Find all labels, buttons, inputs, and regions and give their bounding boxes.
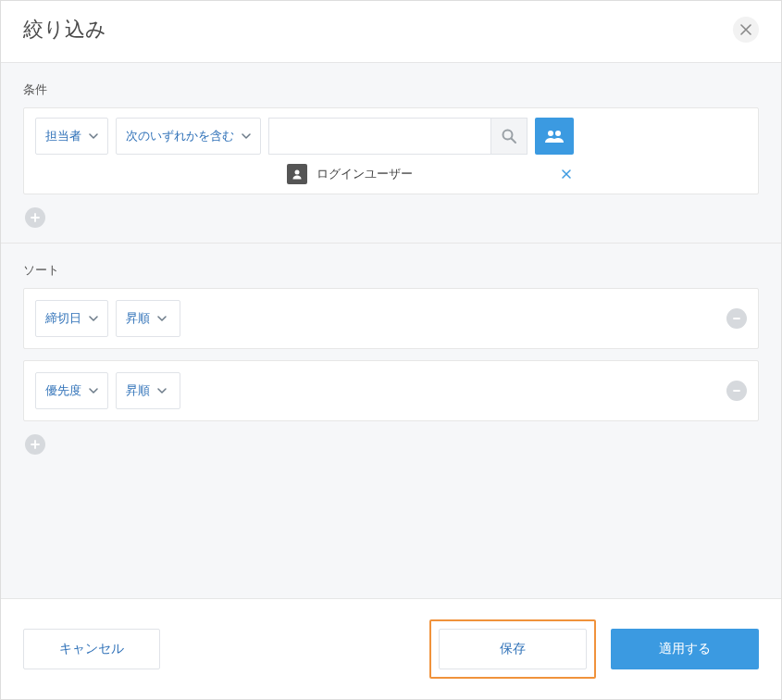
add-condition-button[interactable]	[25, 207, 45, 228]
chip-label: ログインユーザー	[317, 166, 413, 182]
sort-section: ソート 締切日 昇順	[1, 243, 781, 462]
user-icon	[287, 164, 307, 184]
search-wrap	[268, 118, 528, 155]
condition-chip: ログインユーザー	[287, 164, 747, 184]
sort-field-dropdown[interactable]: 締切日	[35, 300, 108, 337]
sort-order-label: 昇順	[126, 310, 150, 327]
svg-point-3	[295, 170, 300, 175]
dialog-title: 絞り込み	[23, 16, 106, 44]
close-icon	[561, 169, 572, 180]
plus-icon	[30, 212, 41, 223]
search-input[interactable]	[268, 118, 490, 155]
conditions-label: 条件	[23, 81, 759, 98]
plus-icon	[30, 439, 41, 450]
sort-order-dropdown[interactable]: 昇順	[116, 372, 180, 409]
add-sort-button[interactable]	[25, 434, 45, 455]
filter-dialog: 絞り込み 条件 担当者 次のいずれかを含む	[0, 0, 782, 700]
sort-order-dropdown[interactable]: 昇順	[116, 300, 180, 337]
chevron-down-icon	[157, 386, 167, 395]
minus-icon	[732, 386, 741, 395]
sort-row: 締切日 昇順	[23, 288, 759, 349]
chevron-down-icon	[89, 386, 98, 395]
conditions-section: 条件 担当者 次のいずれかを含む	[1, 63, 781, 235]
cancel-button[interactable]: キャンセル	[23, 629, 160, 669]
sort-order-label: 昇順	[126, 382, 150, 399]
chevron-down-icon	[157, 314, 167, 323]
dialog-header: 絞り込み	[1, 1, 781, 63]
dialog-body: 条件 担当者 次のいずれかを含む	[1, 63, 781, 598]
save-button[interactable]: 保存	[439, 629, 587, 669]
search-button[interactable]	[490, 118, 528, 155]
condition-row: 担当者 次のいずれかを含む	[35, 118, 747, 155]
operator-dropdown-label: 次のいずれかを含む	[126, 128, 234, 144]
group-icon	[544, 128, 565, 144]
svg-point-2	[555, 131, 561, 136]
close-icon	[740, 24, 751, 35]
close-button[interactable]	[733, 17, 759, 43]
remove-sort-button[interactable]	[726, 381, 747, 401]
search-icon	[501, 128, 517, 144]
chevron-down-icon	[242, 131, 251, 141]
sort-field-label: 優先度	[45, 382, 81, 399]
sort-row: 優先度 昇順	[23, 360, 759, 421]
apply-button[interactable]: 適用する	[611, 629, 759, 669]
minus-icon	[732, 314, 741, 323]
chevron-down-icon	[89, 314, 98, 323]
sort-label: ソート	[23, 262, 759, 279]
sort-field-dropdown[interactable]: 優先度	[35, 372, 108, 409]
chip-remove-button[interactable]	[561, 169, 572, 180]
svg-point-1	[548, 131, 553, 136]
operator-dropdown[interactable]: 次のいずれかを含む	[116, 118, 261, 155]
remove-sort-button[interactable]	[726, 308, 747, 329]
dialog-footer: キャンセル 保存 適用する	[1, 598, 781, 699]
group-select-button[interactable]	[535, 118, 574, 155]
sort-field-label: 締切日	[45, 310, 81, 327]
field-dropdown-label: 担当者	[45, 128, 81, 144]
chevron-down-icon	[89, 131, 98, 141]
condition-card: 担当者 次のいずれかを含む	[23, 107, 759, 194]
field-dropdown[interactable]: 担当者	[35, 118, 108, 155]
save-button-highlight: 保存	[429, 619, 596, 679]
